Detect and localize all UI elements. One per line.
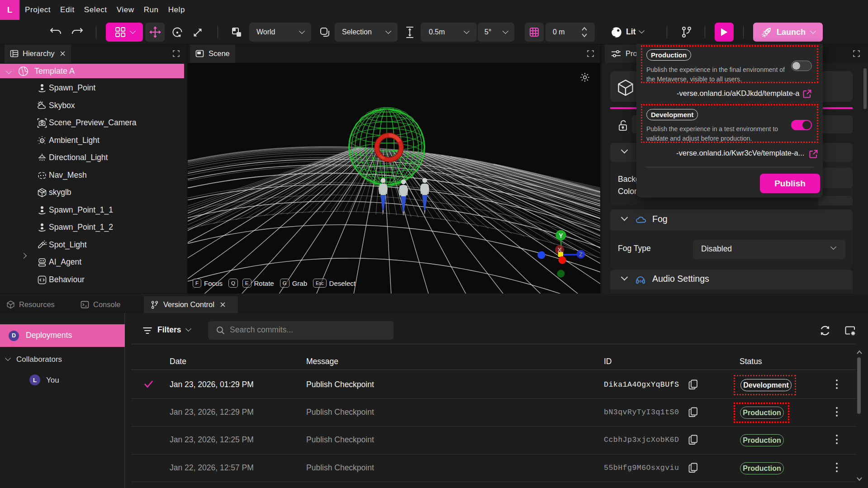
svg-text:Z: Z: [579, 251, 583, 258]
svg-text:Y: Y: [559, 232, 563, 239]
